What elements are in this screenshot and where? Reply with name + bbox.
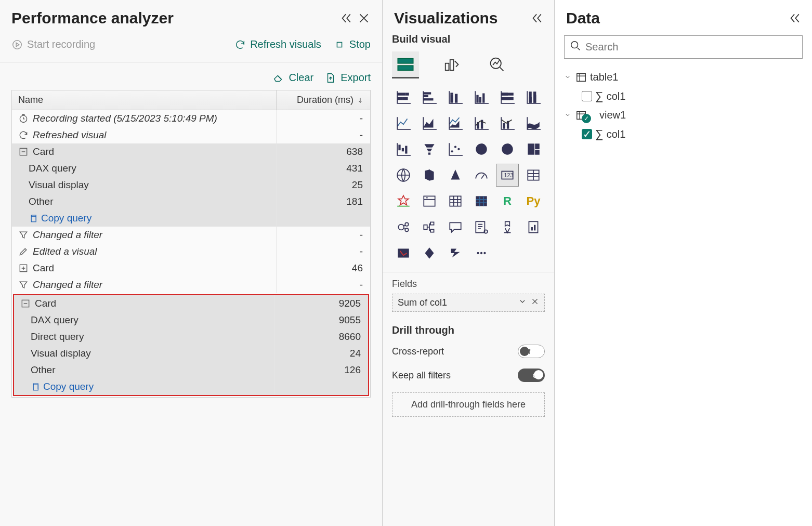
clear-button[interactable]: Clear [273,72,313,84]
viz-kpi[interactable] [392,190,415,213]
tab-analytics[interactable] [483,51,510,78]
tree-table1-col1[interactable]: ∑ col1 [564,86,803,106]
table-row[interactable]: Visual display25 [12,177,370,193]
table-row[interactable]: DAX query9055 [14,312,368,328]
expand-icon[interactable] [338,11,352,25]
svg-rect-74 [577,73,586,81]
table-row[interactable]: Recording started (5/15/2023 5:10:49 PM)… [12,110,370,127]
cross-report-toggle[interactable]: Off [518,345,545,358]
refresh-visuals-button[interactable]: Refresh visuals [234,38,321,50]
viz-100-col[interactable] [522,86,545,109]
viz-clustered-col[interactable] [470,86,493,109]
viz-azure-map[interactable] [444,164,467,187]
viz-table[interactable] [444,190,467,213]
viz-donut[interactable] [496,138,519,161]
svg-rect-64 [476,221,484,232]
expand-icon[interactable] [787,11,801,25]
table-row[interactable]: Copy query [12,210,370,227]
column-name-header[interactable]: Name [12,90,277,110]
table-row[interactable]: Changed a filter- [12,227,370,243]
viz-r[interactable]: R [496,190,519,213]
viz-line-col2[interactable] [496,112,519,135]
viz-waterfall[interactable] [392,138,415,161]
remove-field-icon[interactable] [531,297,539,308]
tree-table1[interactable]: table1 [564,68,803,86]
table-row[interactable]: Copy query [14,378,368,395]
viz-matrix[interactable] [470,190,493,213]
tree-view1[interactable]: ✓ view1 [564,106,803,124]
expand-icon[interactable] [18,263,29,273]
table-row[interactable]: Refreshed visual - [12,127,370,143]
viz-clustered-bar[interactable] [418,86,441,109]
search-input[interactable] [585,41,797,53]
search-box[interactable] [564,35,803,59]
viz-line[interactable] [392,112,415,135]
field-pill[interactable]: Sum of col1 [392,294,545,312]
viz-card[interactable]: 123 [496,164,519,187]
start-recording-button[interactable]: Start recording [11,38,95,50]
viz-filled-map[interactable] [418,164,441,187]
viz-treemap[interactable] [522,138,545,161]
viz-key-influencers[interactable] [392,216,415,239]
viz-more[interactable] [470,242,493,265]
close-icon[interactable] [357,11,371,25]
checkbox-checked[interactable]: ✓ [582,129,592,139]
viz-decomp[interactable] [418,216,441,239]
viz-100-bar[interactable] [496,86,519,109]
viz-pie[interactable] [470,138,493,161]
viz-powerautomate[interactable] [444,242,467,265]
tab-format[interactable] [438,51,465,78]
sigma-icon: ∑ [595,89,604,103]
viz-stacked-bar[interactable] [392,86,415,109]
viz-arcgis[interactable] [392,242,415,265]
expand-icon[interactable] [529,11,543,25]
table-row[interactable]: Edited a visual- [12,243,370,260]
tree-view1-col1[interactable]: ✓ ∑ col1 [564,124,803,144]
chevron-down-icon[interactable] [518,297,527,308]
viz-py[interactable]: Py [522,190,545,213]
export-button[interactable]: Export [325,72,371,84]
viz-paginated[interactable] [522,216,545,239]
viz-narrative[interactable] [470,216,493,239]
collapse-icon[interactable] [20,298,31,309]
viz-line-col[interactable] [470,112,493,135]
viz-scatter[interactable] [444,138,467,161]
column-duration-header[interactable]: Duration (ms) [277,90,370,110]
copy-query-link[interactable]: Copy query [31,381,94,392]
table-row-card[interactable]: Card 638 [12,143,370,160]
collapse-icon[interactable] [18,147,29,157]
table-row[interactable]: Other181 [12,193,370,210]
svg-rect-49 [535,143,540,149]
svg-point-71 [480,252,482,254]
table-row-card[interactable]: Card9205 [14,295,368,312]
tab-build-visual[interactable] [392,51,419,78]
viz-qa[interactable] [444,216,467,239]
performance-analyzer-pane: Performance analyzer Start recording Ref… [0,0,383,526]
refresh-icon [18,130,29,140]
table-row[interactable]: Changed a filter- [12,277,370,293]
viz-stacked-area[interactable] [444,112,467,135]
viz-gauge[interactable] [470,164,493,187]
viz-goals[interactable] [496,216,519,239]
viz-funnel[interactable] [418,138,441,161]
table-row-card[interactable]: Card46 [12,260,370,277]
drill-through-dropzone[interactable]: Add drill-through fields here [392,392,545,417]
table-row[interactable]: Direct query8660 [14,328,368,345]
table-row[interactable]: DAX query431 [12,160,370,177]
svg-point-60 [405,228,408,231]
svg-text:123: 123 [504,172,514,178]
table-row[interactable]: Other126 [14,362,368,378]
viz-powerapps[interactable] [418,242,441,265]
copy-query-link[interactable]: Copy query [29,213,91,224]
viz-ribbon[interactable] [522,112,545,135]
keep-filters-toggle[interactable]: On [518,369,545,382]
stop-button[interactable]: Stop [334,38,371,50]
viz-slicer[interactable] [418,190,441,213]
table-row[interactable]: Visual display24 [14,345,368,362]
viz-multi-row[interactable] [522,164,545,187]
viz-stacked-col[interactable] [444,86,467,109]
checkbox-unchecked[interactable] [582,91,592,101]
viz-map[interactable] [392,164,415,187]
viz-area[interactable] [418,112,441,135]
svg-rect-14 [405,93,409,95]
